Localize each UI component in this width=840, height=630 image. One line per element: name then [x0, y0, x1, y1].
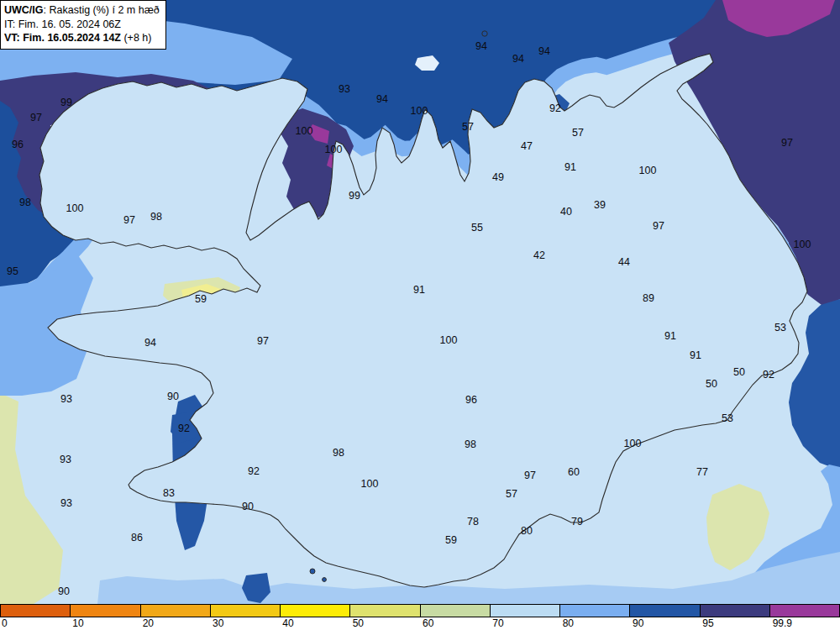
humidity-value-label: 93	[60, 393, 72, 405]
humidity-value-label: 92	[549, 102, 561, 114]
humidity-value-label: 93	[60, 454, 71, 465]
humidity-value-label: 59	[445, 534, 457, 546]
humidity-value-label: 44	[618, 256, 630, 268]
humidity-value-label: 100	[361, 478, 379, 490]
humidity-value-label: 96	[465, 394, 477, 406]
humidity-contour-map	[0, 0, 840, 604]
humidity-value-label: 49	[492, 171, 504, 183]
humidity-value-label: 98	[465, 438, 476, 450]
humidity-value-label: 39	[594, 199, 606, 211]
humidity-value-label: 100	[624, 438, 642, 449]
humidity-value-label: 100	[440, 334, 458, 346]
humidity-value-label: 77	[696, 466, 708, 478]
humidity-value-label: 93	[339, 83, 350, 95]
title-line-variable: UWC/IG: Rakastig (%) í 2 m hæð	[4, 3, 160, 18]
humidity-value-label: 50	[706, 378, 717, 390]
humidity-value-label: 100	[66, 202, 84, 214]
humidity-value-label: 99	[60, 97, 72, 108]
humidity-value-label: 55	[471, 222, 483, 234]
humidity-value-label: 97	[781, 137, 793, 149]
colorbar-cell	[490, 604, 560, 617]
humidity-value-label: 57	[506, 488, 517, 500]
colorbar-tick-label: 40	[282, 617, 293, 629]
valid-offset: (+8 h)	[121, 32, 151, 44]
humidity-value-label: 91	[413, 284, 425, 296]
model-name: UWC/IG	[4, 4, 44, 16]
colorbar-cell	[210, 604, 281, 617]
humidity-value-label: 97	[30, 112, 42, 123]
humidity-value-label: 93	[60, 497, 72, 509]
humidity-value-label: 100	[325, 144, 343, 155]
humidity-value-label: 79	[571, 516, 583, 528]
humidity-value-label: 90	[242, 501, 254, 512]
colorbar-tick-label: 99.9	[773, 617, 792, 629]
title-line-init: IT: Fim. 16. 05. 2024 06Z	[4, 18, 160, 32]
humidity-value-label: 42	[533, 249, 545, 261]
colorbar-cell	[420, 604, 491, 617]
humidity-value-label: 94	[376, 93, 388, 105]
humidity-value-label: 98	[19, 197, 31, 208]
humidity-value-label: 91	[564, 161, 576, 173]
title-line-valid: VT: Fim. 16.05.2024 14Z (+8 h)	[4, 31, 160, 45]
colorbar-tick-label: 80	[563, 617, 574, 629]
colorbar-tick-label: 10	[72, 617, 83, 629]
humidity-value-label: 96	[12, 139, 24, 150]
colorbar-cells	[0, 604, 840, 617]
humidity-value-label: 40	[560, 206, 572, 218]
humidity-value-label: 92	[763, 369, 774, 381]
humidity-value-label: 78	[467, 516, 479, 528]
colorbar-cell	[70, 604, 140, 617]
colorbar-tick-label: 30	[213, 617, 223, 629]
islet	[323, 578, 327, 582]
colorbar-cell	[349, 604, 420, 617]
islet	[310, 569, 315, 574]
humidity-value-label: 98	[333, 447, 344, 459]
variable-name: : Rakastig (%) í 2 m hæð	[44, 4, 160, 16]
humidity-value-label: 91	[690, 349, 701, 361]
humidity-value-label: 90	[167, 391, 179, 402]
humidity-value-label: 89	[643, 292, 654, 304]
colorbar-tick-label: 70	[492, 617, 503, 629]
colorbar-tick-label: 95	[702, 617, 713, 629]
humidity-value-label: 91	[664, 330, 676, 342]
colorbar-cell	[700, 604, 770, 617]
humidity-value-label: 100	[411, 105, 428, 117]
colorbar: 01020304050607080909599.9	[0, 604, 840, 630]
humidity-value-label: 95	[7, 265, 18, 277]
humidity-value-label: 53	[774, 322, 786, 333]
humidity-value-label: 97	[653, 220, 664, 232]
title-box: UWC/IG: Rakastig (%) í 2 m hæð IT: Fim. …	[0, 0, 166, 50]
humidity-value-label: 47	[521, 140, 533, 152]
humidity-value-label: 60	[568, 466, 580, 478]
humidity-value-label: 100	[794, 239, 811, 250]
humidity-value-label: 100	[639, 165, 657, 176]
humidity-value-label: 92	[178, 423, 190, 434]
humidity-value-label: 94	[538, 45, 550, 57]
colorbar-tick-label: 0	[2, 617, 8, 629]
humidity-value-label: 90	[58, 585, 70, 597]
colorbar-cell	[769, 604, 840, 617]
humidity-value-label: 53	[722, 412, 733, 424]
humidity-value-label: 98	[150, 211, 162, 223]
colorbar-ticks: 01020304050607080909599.9	[0, 617, 840, 630]
humidity-value-label: 100	[296, 125, 313, 137]
humidity-value-label: 99	[349, 190, 360, 202]
colorbar-cell	[629, 604, 700, 617]
humidity-value-label: 92	[248, 465, 260, 477]
colorbar-tick-label: 90	[633, 617, 643, 629]
colorbar-tick-label: 50	[353, 617, 364, 629]
humidity-value-label: 50	[733, 366, 745, 378]
humidity-value-label: 80	[521, 525, 533, 537]
humidity-value-label: 97	[524, 470, 536, 481]
humidity-value-label: 94	[475, 40, 487, 52]
colorbar-tick-label: 60	[423, 617, 433, 629]
colorbar-cell	[0, 604, 71, 617]
humidity-value-label: 94	[512, 53, 524, 65]
colorbar-cell	[280, 604, 350, 617]
colorbar-cell	[559, 604, 630, 617]
weather-map-page: 9494949394100925747579110010099493940554…	[0, 0, 840, 630]
humidity-value-label: 94	[144, 337, 156, 349]
humidity-value-label: 86	[131, 532, 143, 543]
colorbar-tick-label: 20	[143, 617, 154, 629]
valid-time: VT: Fim. 16.05.2024 14Z	[4, 32, 121, 44]
